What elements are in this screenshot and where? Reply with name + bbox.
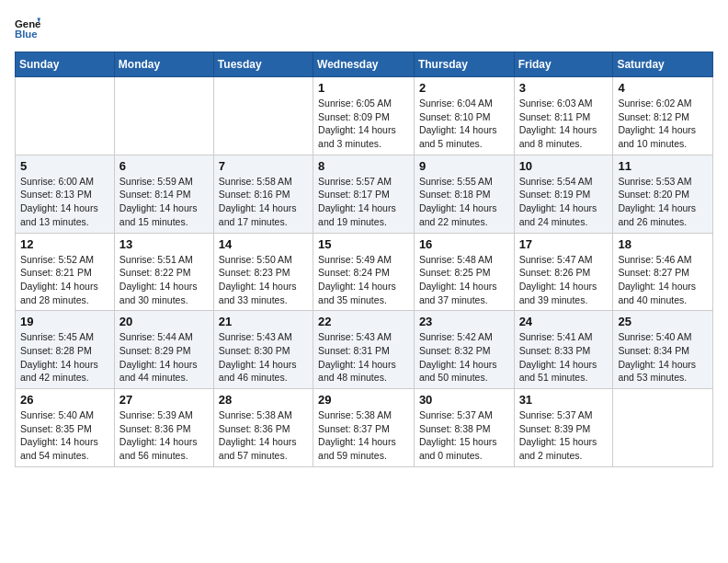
day-info: Sunrise: 5:43 AM Sunset: 8:30 PM Dayligh…: [219, 330, 308, 385]
day-number: 20: [119, 315, 209, 328]
day-number: 26: [20, 393, 109, 407]
calendar-day-cell: 17Sunrise: 5:47 AM Sunset: 8:26 PM Dayli…: [514, 233, 613, 311]
calendar-week-row: 5Sunrise: 6:00 AM Sunset: 8:13 PM Daylig…: [16, 155, 713, 233]
day-number: 14: [219, 237, 308, 251]
calendar-day-cell: 15Sunrise: 5:49 AM Sunset: 8:24 PM Dayli…: [313, 233, 415, 311]
day-info: Sunrise: 5:52 AM Sunset: 8:21 PM Dayligh…: [20, 253, 109, 307]
calendar-day-cell: 1Sunrise: 6:05 AM Sunset: 8:09 PM Daylig…: [313, 77, 415, 155]
weekday-header-cell: Monday: [114, 52, 213, 77]
calendar-day-cell: 24Sunrise: 5:41 AM Sunset: 8:33 PM Dayli…: [514, 311, 613, 389]
day-info: Sunrise: 5:37 AM Sunset: 8:39 PM Dayligh…: [519, 408, 609, 463]
day-number: 24: [519, 315, 609, 328]
calendar-body: 1Sunrise: 6:05 AM Sunset: 8:09 PM Daylig…: [16, 77, 713, 467]
logo: General Blue: [15, 15, 44, 40]
svg-text:Blue: Blue: [15, 29, 38, 40]
day-info: Sunrise: 5:37 AM Sunset: 8:38 PM Dayligh…: [419, 408, 509, 463]
calendar-day-cell: 10Sunrise: 5:54 AM Sunset: 8:19 PM Dayli…: [514, 155, 613, 233]
calendar-day-cell: 25Sunrise: 5:40 AM Sunset: 8:34 PM Dayli…: [613, 311, 713, 389]
day-number: 10: [519, 159, 609, 173]
calendar-day-cell: 29Sunrise: 5:38 AM Sunset: 8:37 PM Dayli…: [313, 389, 415, 467]
day-info: Sunrise: 5:42 AM Sunset: 8:32 PM Dayligh…: [419, 330, 509, 385]
calendar-day-cell: 9Sunrise: 5:55 AM Sunset: 8:18 PM Daylig…: [414, 155, 514, 233]
day-info: Sunrise: 5:39 AM Sunset: 8:36 PM Dayligh…: [119, 408, 209, 463]
day-number: 13: [119, 237, 209, 251]
day-number: 29: [318, 393, 409, 407]
calendar-day-cell: 21Sunrise: 5:43 AM Sunset: 8:30 PM Dayli…: [213, 311, 313, 389]
day-number: 4: [618, 81, 708, 95]
day-info: Sunrise: 6:03 AM Sunset: 8:11 PM Dayligh…: [519, 97, 609, 151]
calendar-day-cell: [16, 77, 115, 155]
calendar-day-cell: [613, 389, 713, 467]
calendar-day-cell: 31Sunrise: 5:37 AM Sunset: 8:39 PM Dayli…: [514, 389, 613, 467]
calendar-day-cell: 19Sunrise: 5:45 AM Sunset: 8:28 PM Dayli…: [16, 311, 115, 389]
day-info: Sunrise: 5:41 AM Sunset: 8:33 PM Dayligh…: [519, 330, 609, 385]
calendar-day-cell: 16Sunrise: 5:48 AM Sunset: 8:25 PM Dayli…: [414, 233, 514, 311]
day-info: Sunrise: 5:58 AM Sunset: 8:16 PM Dayligh…: [219, 175, 308, 229]
day-info: Sunrise: 5:47 AM Sunset: 8:26 PM Dayligh…: [519, 253, 609, 307]
calendar-day-cell: 8Sunrise: 5:57 AM Sunset: 8:17 PM Daylig…: [313, 155, 415, 233]
day-info: Sunrise: 5:43 AM Sunset: 8:31 PM Dayligh…: [318, 330, 409, 385]
day-info: Sunrise: 5:48 AM Sunset: 8:25 PM Dayligh…: [419, 253, 509, 307]
calendar-day-cell: 20Sunrise: 5:44 AM Sunset: 8:29 PM Dayli…: [114, 311, 213, 389]
calendar-week-row: 1Sunrise: 6:05 AM Sunset: 8:09 PM Daylig…: [16, 77, 713, 155]
day-number: 3: [519, 81, 609, 95]
day-info: Sunrise: 6:04 AM Sunset: 8:10 PM Dayligh…: [419, 97, 509, 151]
day-number: 5: [20, 159, 109, 173]
weekday-header-cell: Friday: [514, 52, 613, 77]
day-number: 19: [20, 315, 109, 328]
day-number: 6: [119, 159, 209, 173]
day-info: Sunrise: 5:38 AM Sunset: 8:36 PM Dayligh…: [219, 408, 308, 463]
day-info: Sunrise: 6:00 AM Sunset: 8:13 PM Dayligh…: [20, 175, 109, 229]
weekday-header-cell: Wednesday: [313, 52, 415, 77]
weekday-header-row: SundayMondayTuesdayWednesdayThursdayFrid…: [16, 52, 713, 77]
day-info: Sunrise: 5:38 AM Sunset: 8:37 PM Dayligh…: [318, 408, 409, 463]
day-info: Sunrise: 5:46 AM Sunset: 8:27 PM Dayligh…: [618, 253, 708, 307]
day-number: 25: [618, 315, 708, 328]
calendar-week-row: 26Sunrise: 5:40 AM Sunset: 8:35 PM Dayli…: [16, 389, 713, 467]
day-info: Sunrise: 5:53 AM Sunset: 8:20 PM Dayligh…: [618, 175, 708, 229]
calendar-day-cell: 13Sunrise: 5:51 AM Sunset: 8:22 PM Dayli…: [114, 233, 213, 311]
calendar-day-cell: 27Sunrise: 5:39 AM Sunset: 8:36 PM Dayli…: [114, 389, 213, 467]
day-number: 23: [419, 315, 509, 328]
day-number: 2: [419, 81, 509, 95]
calendar-table: SundayMondayTuesdayWednesdayThursdayFrid…: [15, 52, 713, 467]
calendar-day-cell: 11Sunrise: 5:53 AM Sunset: 8:20 PM Dayli…: [613, 155, 713, 233]
calendar-day-cell: 23Sunrise: 5:42 AM Sunset: 8:32 PM Dayli…: [414, 311, 514, 389]
day-number: 31: [519, 393, 609, 407]
calendar-day-cell: 22Sunrise: 5:43 AM Sunset: 8:31 PM Dayli…: [313, 311, 415, 389]
calendar-day-cell: 6Sunrise: 5:59 AM Sunset: 8:14 PM Daylig…: [114, 155, 213, 233]
day-number: 22: [318, 315, 409, 328]
day-info: Sunrise: 5:49 AM Sunset: 8:24 PM Dayligh…: [318, 253, 409, 307]
weekday-header-cell: Thursday: [414, 52, 514, 77]
day-info: Sunrise: 5:51 AM Sunset: 8:22 PM Dayligh…: [119, 253, 209, 307]
day-number: 8: [318, 159, 409, 173]
day-number: 16: [419, 237, 509, 251]
calendar-day-cell: 7Sunrise: 5:58 AM Sunset: 8:16 PM Daylig…: [213, 155, 313, 233]
calendar-day-cell: 18Sunrise: 5:46 AM Sunset: 8:27 PM Dayli…: [613, 233, 713, 311]
day-info: Sunrise: 5:45 AM Sunset: 8:28 PM Dayligh…: [20, 330, 109, 385]
calendar-day-cell: 14Sunrise: 5:50 AM Sunset: 8:23 PM Dayli…: [213, 233, 313, 311]
calendar-day-cell: 2Sunrise: 6:04 AM Sunset: 8:10 PM Daylig…: [414, 77, 514, 155]
day-info: Sunrise: 5:50 AM Sunset: 8:23 PM Dayligh…: [219, 253, 308, 307]
logo-icon: General Blue: [15, 15, 40, 40]
day-number: 15: [318, 237, 409, 251]
day-info: Sunrise: 5:54 AM Sunset: 8:19 PM Dayligh…: [519, 175, 609, 229]
calendar-day-cell: 12Sunrise: 5:52 AM Sunset: 8:21 PM Dayli…: [16, 233, 115, 311]
day-info: Sunrise: 5:40 AM Sunset: 8:34 PM Dayligh…: [618, 330, 708, 385]
weekday-header-cell: Tuesday: [213, 52, 313, 77]
calendar-day-cell: 4Sunrise: 6:02 AM Sunset: 8:12 PM Daylig…: [613, 77, 713, 155]
day-number: 30: [419, 393, 509, 407]
calendar-week-row: 19Sunrise: 5:45 AM Sunset: 8:28 PM Dayli…: [16, 311, 713, 389]
day-number: 18: [618, 237, 708, 251]
day-info: Sunrise: 6:05 AM Sunset: 8:09 PM Dayligh…: [318, 97, 409, 151]
weekday-header-cell: Sunday: [16, 52, 115, 77]
calendar-week-row: 12Sunrise: 5:52 AM Sunset: 8:21 PM Dayli…: [16, 233, 713, 311]
day-number: 7: [219, 159, 308, 173]
day-number: 12: [20, 237, 109, 251]
day-number: 21: [219, 315, 308, 328]
calendar-day-cell: 26Sunrise: 5:40 AM Sunset: 8:35 PM Dayli…: [16, 389, 115, 467]
day-number: 9: [419, 159, 509, 173]
day-number: 17: [519, 237, 609, 251]
day-number: 28: [219, 393, 308, 407]
weekday-header-cell: Saturday: [613, 52, 713, 77]
